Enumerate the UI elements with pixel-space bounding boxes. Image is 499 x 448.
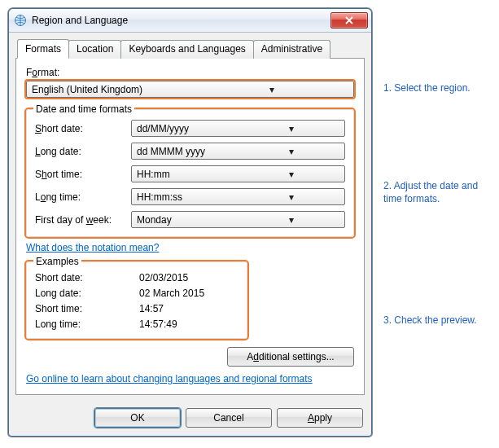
close-button[interactable]	[330, 12, 368, 29]
short-time-combo[interactable]: HH:mm▾	[131, 165, 345, 182]
format-label: Format:	[26, 67, 354, 78]
tab-location[interactable]: Location	[68, 40, 121, 59]
example-short-time-label: Short time:	[35, 303, 139, 314]
date-time-group-title: Date and time formats	[33, 103, 134, 115]
dialog-buttons: OK Cancel Apply	[9, 402, 371, 436]
chevron-down-icon: ▾	[239, 214, 342, 226]
format-combo[interactable]: English (United Kingdom) ▾	[26, 81, 354, 98]
short-time-label: Short time:	[35, 169, 131, 180]
example-long-time-label: Long time:	[35, 318, 139, 330]
chevron-down-icon: ▾	[191, 84, 351, 95]
notation-link[interactable]: What does the notation mean?	[26, 242, 159, 253]
tab-keyboards-languages[interactable]: Keyboards and Languages	[120, 40, 253, 59]
short-date-combo[interactable]: dd/MM/yyyy▾	[131, 120, 345, 137]
chevron-down-icon: ▾	[239, 191, 342, 203]
example-long-date-value: 02 March 2015	[139, 288, 204, 299]
chevron-down-icon: ▾	[239, 169, 342, 180]
example-short-time-value: 14:57	[139, 303, 164, 314]
chevron-down-icon: ▾	[239, 123, 342, 134]
format-value: English (United Kingdom)	[32, 84, 191, 95]
chevron-down-icon: ▾	[239, 146, 342, 157]
tab-administrative[interactable]: Administrative	[253, 40, 330, 59]
long-time-label: Long time:	[35, 191, 131, 203]
online-help-link[interactable]: Go online to learn about changing langua…	[26, 373, 313, 384]
long-date-label: Long date:	[35, 146, 131, 157]
long-time-combo[interactable]: HH:mm:ss▾	[131, 188, 345, 205]
examples-title: Examples	[33, 256, 81, 267]
apply-button[interactable]: Apply	[277, 408, 363, 428]
tab-content-formats: Format: English (United Kingdom) ▾ Date …	[15, 58, 365, 395]
first-day-label: First day of week:	[35, 214, 131, 226]
tab-formats[interactable]: Formats	[17, 39, 69, 59]
region-language-window: Region and Language Formats Location Key…	[8, 8, 372, 437]
globe-icon	[14, 14, 27, 27]
example-long-time-value: 14:57:49	[139, 318, 177, 330]
examples-group: Examples Short date:02/03/2015 Long date…	[26, 261, 247, 339]
annotation-1: 1. Select the region.	[383, 81, 471, 94]
example-long-date-label: Long date:	[35, 288, 139, 299]
additional-settings-button[interactable]: Additional settings...	[227, 347, 354, 367]
example-short-date-label: Short date:	[35, 272, 139, 283]
tabbar: Formats Location Keyboards and Languages…	[17, 39, 365, 58]
cancel-button[interactable]: Cancel	[186, 408, 272, 428]
annotation-3: 3. Check the preview.	[383, 314, 477, 327]
long-date-combo[interactable]: dd MMMM yyyy▾	[131, 143, 345, 160]
example-short-date-value: 02/03/2015	[139, 272, 188, 283]
window-title: Region and Language	[32, 15, 330, 26]
titlebar: Region and Language	[9, 9, 371, 33]
first-day-combo[interactable]: Monday▾	[131, 211, 345, 228]
ok-button[interactable]: OK	[94, 408, 181, 428]
short-date-label: Short date:	[35, 123, 131, 134]
date-time-formats-group: Date and time formats Short date: dd/MM/…	[26, 109, 354, 237]
annotation-2: 2. Adjust the date and time formats.	[383, 179, 491, 205]
annotations: 1. Select the region. 2. Adjust the date…	[383, 8, 491, 437]
